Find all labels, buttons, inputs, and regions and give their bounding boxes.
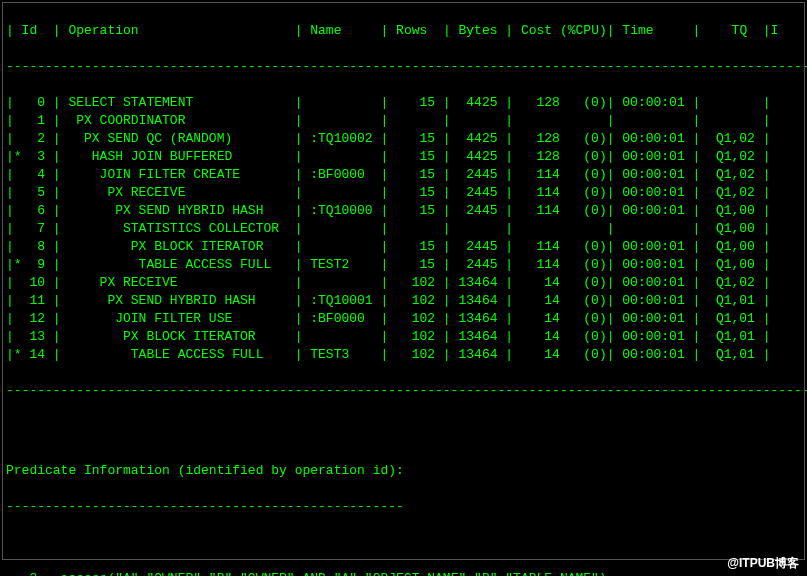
plan-row: | 12 | JOIN FILTER USE | :BF0000 | 102 |… [6, 310, 801, 328]
plan-row: | 6 | PX SEND HYBRID HASH | :TQ10000 | 1… [6, 202, 801, 220]
plan-row: | 1 | PX COORDINATOR | | | | | | | [6, 112, 801, 130]
watermark: @ITPUB博客 [727, 554, 799, 572]
plan-row: | 8 | PX BLOCK ITERATOR | | 15 | 2445 | … [6, 238, 801, 256]
predicate-section: Predicate Information (identified by ope… [6, 444, 801, 576]
predicate-underline: ----------------------------------------… [6, 498, 801, 516]
plan-row: | 2 | PX SEND QC (RANDOM) | :TQ10002 | 1… [6, 130, 801, 148]
plan-row: |* 3 | HASH JOIN BUFFERED | | 15 | 4425 … [6, 148, 801, 166]
plan-body: | 0 | SELECT STATEMENT | | 15 | 4425 | 1… [6, 94, 801, 364]
plan-row: | 11 | PX SEND HYBRID HASH | :TQ10001 | … [6, 292, 801, 310]
plan-row: | 4 | JOIN FILTER CREATE | :BF0000 | 15 … [6, 166, 801, 184]
plan-row: | 0 | SELECT STATEMENT | | 15 | 4425 | 1… [6, 94, 801, 112]
plan-divider: ----------------------------------------… [6, 58, 801, 76]
blank-line [6, 534, 801, 552]
predicate-line: 3 - access("A"."OWNER"="B"."OWNER" AND "… [6, 570, 801, 576]
plan-row: |* 9 | TABLE ACCESS FULL | TEST2 | 15 | … [6, 256, 801, 274]
plan-row: | 5 | PX RECEIVE | | 15 | 2445 | 114 (0)… [6, 184, 801, 202]
terminal-output: | Id | Operation | Name | Rows | Bytes |… [0, 0, 807, 576]
plan-row: | 7 | STATISTICS COLLECTOR | | | | | | Q… [6, 220, 801, 238]
plan-row: | 13 | PX BLOCK ITERATOR | | 102 | 13464… [6, 328, 801, 346]
plan-row: | 10 | PX RECEIVE | | 102 | 13464 | 14 (… [6, 274, 801, 292]
plan-row: |* 14 | TABLE ACCESS FULL | TEST3 | 102 … [6, 346, 801, 364]
plan-header: | Id | Operation | Name | Rows | Bytes |… [6, 22, 801, 40]
plan-divider-bottom: ----------------------------------------… [6, 382, 801, 400]
predicate-title: Predicate Information (identified by ope… [6, 462, 801, 480]
